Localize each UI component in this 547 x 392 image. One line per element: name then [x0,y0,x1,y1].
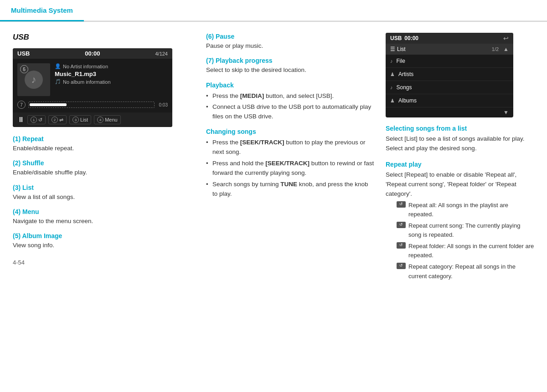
list-icon: ☰ [390,46,395,52]
scroll-down-icon[interactable]: ▼ [503,109,509,116]
changing-bullet-2: Press and hold the [SEEK/TRACK] button t… [206,159,375,178]
pause-desc: Pause or play music. [206,41,375,51]
usb-screen: USB 00:00 4/124 5 ♪ 6 👤 No Artist inform… [13,48,172,127]
albums-icon: ♟ [390,98,395,104]
middle-column: (6) Pause Pause or play music. (7) Playb… [206,33,375,288]
list-btn[interactable]: 3 List [69,115,91,124]
menu-label: Menu [105,117,118,122]
songs-icon: ♪ [390,85,393,90]
usb-topbar: USB 00:00 4/124 [13,48,172,59]
shuffle-desc: Enable/disable shuffle play. [13,168,195,177]
list-header-row: ☰ List 1/2 ▲ [386,44,513,55]
list-item-albums[interactable]: ♟ Albums [386,94,513,107]
menu-btn[interactable]: 4 Menu [94,115,121,124]
list-desc: View a list of all songs. [13,193,195,202]
music-note-icon: ♪ [31,74,36,86]
seek-track-bold-2: [SEEK/TRACK] [265,160,310,167]
song-name: Music_R1.mp3 [55,71,168,77]
playback-bullet-list: Press the [MEDIA] button, and select [US… [206,92,375,122]
playback-bullet-2: Connect a USB drive to the USB port to a… [206,102,375,122]
item-shuffle: (2) Shuffle Enable/disable shuffle play. [13,159,195,177]
scroll-down-area[interactable]: ▼ [386,107,513,117]
repeat-current-text: Repeat current song: The currently playi… [408,221,534,239]
repeat-category-icon: ↺ [397,263,406,269]
repeat-folder-icon: ↺ [397,242,406,249]
page-number: 4-54 [13,259,195,266]
repeat-desc: Enable/disable repeat. [13,144,195,153]
usb-album-art: 5 ♪ 6 [17,63,50,96]
changing-bullet-3: Search songs by turning TUNE knob, and p… [206,180,375,199]
repeat-folder-item: ↺ Repeat folder: All songs in the curren… [386,242,534,260]
scroll-up-icon[interactable]: ▲ [503,46,509,52]
pause-block: (6) Pause Pause or play music. [206,33,375,51]
usb-track-count: 4/124 [155,51,168,56]
list-back-icon[interactable]: ↩ [503,35,509,42]
artist-row: 👤 No Artist information [55,63,168,69]
usb-info: 👤 No Artist information Music_R1.mp3 🎵 N… [55,63,168,86]
file-icon: ♪ [390,58,393,64]
repeat-current-item: ↺ Repeat current song: The currently pla… [386,221,534,239]
repeat-play-heading: Repeat play [386,161,534,168]
playback-bullet-1: Press the [MEDIA] button, and select [US… [206,92,375,101]
albums-text: Albums [398,97,417,104]
repeat-play-desc: Select [Repeat] to enable or disable 'Re… [386,170,534,199]
artist-icon: 👤 [55,63,61,69]
usb-section-title: USB [13,33,195,42]
repeat-btn[interactable]: 1 ↺ [27,115,46,124]
repeat-heading: (1) Repeat [13,135,195,143]
playback-heading: Playback [206,81,375,89]
changing-songs-block: Changing songs Press the [SEEK/TRACK] bu… [206,128,375,199]
progress-time: 0:03 [159,102,168,107]
play-pause-icon[interactable]: ⏸ [17,116,25,124]
list-item-artists[interactable]: ♟ Artists [386,68,513,81]
changing-bullet-1: Press the [SEEK/TRACK] button to play th… [206,138,375,157]
left-column: USB USB 00:00 4/124 5 ♪ 6 👤 [13,33,195,288]
playback-block: Playback Press the [MEDIA] button, and s… [206,81,375,122]
item-menu: (4) Menu Navigate to the menu screen. [13,208,195,226]
progress-bar [28,102,155,108]
header-line [84,20,547,21]
shuffle-btn[interactable]: 2 ⇌ [48,115,67,124]
usb-list-screen: USB 00:00 ↩ ☰ List 1/2 ▲ ♪ File [386,33,513,117]
selecting-section: Selecting songs from a list Select [List… [386,125,534,153]
album-heading: (5) Album Image [13,232,195,239]
list-topbar: USB 00:00 ↩ [386,33,513,44]
list-header-label: ☰ List [390,46,406,52]
item-album: (5) Album Image View song info. [13,232,195,250]
header-title: Multimedia System [0,0,84,21]
repeat-category-item: ↺ Repeat category: Repeat all songs in t… [386,262,534,280]
circle-7: 7 [17,101,26,109]
list-item-songs[interactable]: ♪ Songs [386,81,513,94]
pause-heading: (6) Pause [206,33,375,40]
list-time: 00:00 [404,35,418,41]
repeat-play-list: ↺ Repeat all: All songs in the playlist … [386,201,534,281]
usb-time: 00:00 [85,50,100,57]
artists-text: Artists [398,71,413,77]
list-usb-label: USB [390,35,402,41]
album-art-inner: ♪ [25,71,43,89]
media-bold: [MEDIA] [240,92,264,99]
songs-text: Songs [397,84,412,91]
menu-heading: (4) Menu [13,208,195,215]
repeat-all-item: ↺ Repeat all: All songs in the playlist … [386,201,534,219]
selecting-heading: Selecting songs from a list [386,125,534,132]
changing-songs-bullet-list: Press the [SEEK/TRACK] button to play th… [206,138,375,199]
page-header: Multimedia System [0,0,547,22]
list-page: 1/2 [492,46,499,52]
repeat-category-text: Repeat category: Repeat all songs in the… [408,262,534,280]
repeat-folder-text: Repeat folder: All songs in the current … [408,242,534,260]
playback-progress-heading: (7) Playback progress [206,57,375,64]
list-text: List [397,46,406,52]
main-content: USB USB 00:00 4/124 5 ♪ 6 👤 [0,22,547,299]
usb-label: USB [17,50,30,57]
file-text: File [397,58,405,64]
repeat-section: Repeat play Select [Repeat] to enable or… [386,161,534,281]
playback-progress-desc: Select to skip to the desired location. [206,66,375,75]
artist-text: No Artist information [63,64,108,69]
repeat-icon: ↺ [38,117,42,123]
item-list: (3) List View a list of all songs. [13,184,195,202]
repeat-current-icon: ↺ [397,222,406,228]
list-item-file[interactable]: ♪ File [386,55,513,68]
right-column: USB 00:00 ↩ ☰ List 1/2 ▲ ♪ File [386,33,534,288]
album-row: 🎵 No album information [55,79,168,85]
